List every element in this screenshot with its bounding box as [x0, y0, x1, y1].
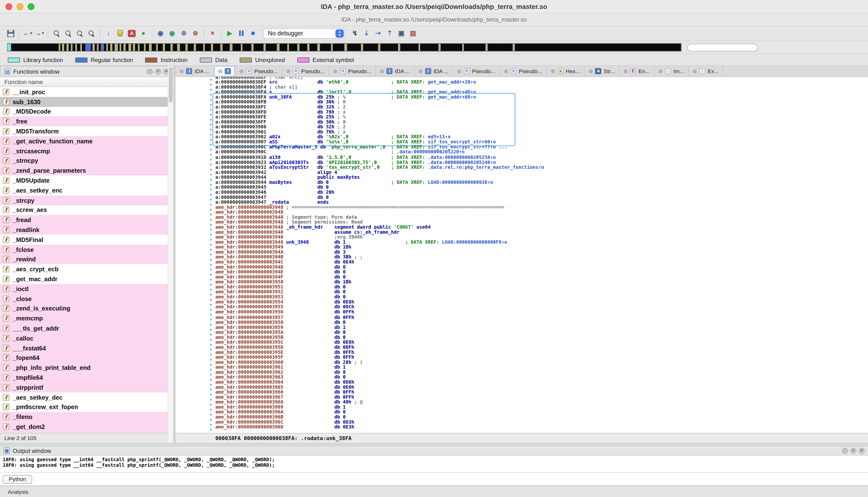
output-splitter[interactable]	[0, 443, 868, 446]
function-row[interactable]: f_fileno	[0, 412, 173, 422]
function-row[interactable]: f___tls_get_addr	[0, 323, 173, 333]
view-tab[interactable]: ⊗I	[214, 66, 236, 76]
tab-close-icon[interactable]: ⊗	[418, 68, 423, 74]
function-row[interactable]: f_memcmp	[0, 313, 173, 323]
view-tab[interactable]: ⊗↑Ex...	[688, 66, 723, 76]
view-tab[interactable]: ⊗IIDA ...	[376, 66, 414, 76]
function-row[interactable]: f_calloc	[0, 333, 173, 343]
search-text-icon[interactable]	[52, 28, 61, 38]
jump-address-icon[interactable]: ↓	[103, 28, 113, 38]
functions-scrollbar-thumb[interactable]	[169, 67, 173, 102]
output-log[interactable]: 18F0: using guessed type __int64 __fastc…	[0, 456, 868, 472]
function-row[interactable]: f_aes_setkey_enc	[0, 186, 173, 196]
view-tab[interactable]: ⊗↓Im...	[654, 66, 688, 76]
function-row[interactable]: f_MD5Final	[0, 235, 173, 245]
search-bytes-icon[interactable]	[75, 28, 85, 38]
function-row[interactable]: f_get_active_function_name	[0, 136, 173, 146]
function-row[interactable]: f_screw_aes	[0, 205, 173, 215]
panel-splitter[interactable]	[173, 66, 175, 443]
zoom-window-button[interactable]	[28, 3, 34, 10]
function-row[interactable]: f___fxstat64	[0, 343, 173, 353]
add-watch-icon[interactable]: ⊕	[179, 28, 189, 38]
navigate-forward-icon[interactable]: →▾	[34, 28, 44, 38]
continue-process-icon[interactable]: ▶	[225, 28, 235, 38]
navband-range-box[interactable]	[687, 43, 758, 51]
run-until-return-icon[interactable]: ⇡	[385, 28, 395, 38]
view-tab[interactable]: ⊗≡Pseudo...	[453, 66, 500, 76]
screenshot-icon[interactable]: A	[127, 28, 137, 38]
debugger-selector[interactable]: No debugger ▲▼	[263, 28, 345, 38]
step-over-icon[interactable]: ⇢	[373, 28, 383, 38]
view-tab[interactable]: ⊗AStr...	[585, 66, 620, 76]
function-row[interactable]: fsub_1630	[0, 97, 173, 107]
tab-close-icon[interactable]: ⊗	[457, 68, 461, 74]
function-row[interactable]: f_fclose	[0, 245, 173, 255]
function-row[interactable]: f_MD5Decode	[0, 106, 173, 116]
view-tab[interactable]: ⊗xHex...	[546, 66, 585, 76]
tab-close-icon[interactable]: ⊗	[286, 68, 290, 74]
output-restore-icon[interactable]: ◻	[842, 448, 848, 454]
function-row[interactable]: f_strcpy	[0, 195, 173, 205]
pause-process-icon[interactable]	[237, 28, 246, 38]
python-button[interactable]: Python	[3, 475, 32, 484]
function-row[interactable]: f_pm9screw_ext_fopen	[0, 402, 173, 412]
function-row[interactable]: f_strcasecmp	[0, 146, 173, 156]
function-row[interactable]: f_malloc	[0, 432, 173, 433]
minimize-window-button[interactable]	[17, 3, 23, 10]
function-row[interactable]: f_ioctl	[0, 284, 173, 294]
save-icon[interactable]	[5, 28, 15, 38]
function-row[interactable]: f_strpprintf	[0, 382, 173, 392]
listing-line[interactable]: a:00000000000038EF src db 'eth0',0 ; DAT…	[215, 80, 868, 85]
tab-close-icon[interactable]: ⊗	[380, 68, 384, 74]
attach-process-icon[interactable]: ↯	[350, 28, 360, 38]
output-close-icon[interactable]: ⊗	[858, 448, 865, 454]
function-row[interactable]: f_strncpy	[0, 156, 173, 166]
tab-close-icon[interactable]: ⊗	[180, 68, 184, 74]
tab-close-icon[interactable]: ⊗	[623, 68, 628, 74]
function-row[interactable]: f_free	[0, 116, 173, 126]
cancel-analysis-icon[interactable]: ×	[208, 28, 217, 38]
search-next-text-icon[interactable]	[63, 28, 73, 38]
output-window-header[interactable]: ▦ Output window ◻ ⊘ ⊗	[0, 446, 868, 456]
tab-close-icon[interactable]: ⊗	[588, 68, 593, 74]
trace-window-icon[interactable]: ⊛	[190, 28, 200, 38]
tab-close-icon[interactable]: ⊗	[693, 68, 697, 74]
navigate-back-icon[interactable]: ←▾	[23, 28, 33, 38]
function-row[interactable]: f_close	[0, 294, 173, 304]
tab-close-icon[interactable]: ⊗	[504, 68, 508, 74]
search-next-bytes-icon[interactable]	[86, 28, 96, 38]
function-name-column-header[interactable]: Function name	[0, 77, 173, 87]
function-row[interactable]: f_get_mac_addr	[0, 274, 173, 284]
navigation-band[interactable]	[7, 43, 682, 51]
function-row[interactable]: f_tmpfile64	[0, 373, 173, 383]
combo-stepper-icon[interactable]: ▲▼	[336, 29, 344, 37]
function-row[interactable]: f_fread	[0, 215, 173, 225]
function-row[interactable]: f_php_info_print_table_end	[0, 363, 173, 373]
listing-line[interactable]: ame_hdr:0000000000003948 ; =============…	[215, 205, 868, 210]
view-tab[interactable]: ⊗IIDA ...	[175, 66, 214, 76]
close-window-button[interactable]	[5, 3, 12, 10]
panel-float-icon[interactable]: ⊘	[155, 68, 161, 74]
tab-close-icon[interactable]: ⊗	[333, 68, 337, 74]
panel-restore-icon[interactable]: ◻	[147, 68, 153, 74]
colors-icon[interactable]: ▨	[408, 28, 418, 38]
view-tab[interactable]: ⊗≡Pseudo...	[500, 66, 546, 76]
tab-close-icon[interactable]: ⊗	[658, 68, 663, 74]
function-row[interactable]: f_aes_crypt_ecb	[0, 264, 173, 274]
view-tab[interactable]: ⊗IIDA ...	[414, 66, 453, 76]
tab-close-icon[interactable]: ⊗	[551, 68, 555, 74]
tab-close-icon[interactable]: ⊗	[218, 68, 223, 74]
listing-line[interactable]: ame_hdr:000000000000396D db 0E3h	[215, 425, 868, 430]
enable-breakpoint-icon[interactable]: ◉	[167, 28, 177, 38]
function-row[interactable]: f_MD5Update	[0, 175, 173, 186]
function-row[interactable]: f_zend_parse_parameters	[0, 166, 173, 175]
tracing-icon[interactable]	[115, 28, 125, 38]
function-row[interactable]: f_readlink	[0, 225, 173, 235]
step-into-icon[interactable]: ⇣	[361, 28, 371, 38]
view-tab[interactable]: ⊗≡Pseudo...	[282, 66, 329, 76]
breakpoint-icon[interactable]: ◉	[156, 28, 166, 38]
view-tab[interactable]: ⊗≡Pseudo...	[329, 66, 376, 76]
function-row[interactable]: f_rewind	[0, 254, 173, 264]
function-row[interactable]: f_fopen64	[0, 353, 173, 363]
desktop-windows-icon[interactable]: ▣	[397, 28, 407, 38]
